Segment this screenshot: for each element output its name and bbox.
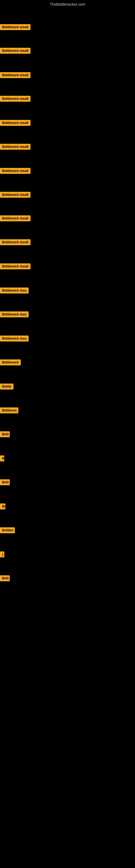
bottleneck-badge-row: Bottleneck resu [0, 336, 29, 343]
bottleneck-badge[interactable]: B [0, 456, 4, 461]
bottleneck-badge[interactable]: Bott [0, 479, 10, 485]
bottleneck-badge[interactable]: Bottleneck resu [0, 287, 29, 293]
bottleneck-badge-row: Bottleneck [0, 360, 21, 367]
bottleneck-badge-row: Bottleneck result [0, 192, 31, 199]
bottleneck-badge-row: Bo [0, 503, 5, 510]
bottleneck-badge-row: Bottleneck result [0, 96, 31, 103]
bottleneck-badge[interactable]: Bott [0, 431, 10, 437]
bottleneck-badge[interactable]: Bo [0, 503, 5, 509]
bottleneck-badge[interactable]: Bottleneck result [0, 96, 31, 102]
bottleneck-badge-row: Bottleneck result [0, 24, 31, 31]
bottleneck-badge-row: Bottleneck result [0, 48, 31, 55]
bottleneck-badge-row: Bottleneck resu [0, 287, 29, 294]
bottleneck-badge-row: Bottleneck result [0, 120, 31, 127]
bottleneck-badge-row: Bottleneck result [0, 144, 31, 151]
bottleneck-badge[interactable]: Bottleneck result [0, 72, 31, 78]
bottleneck-badge-row: Bottlenec [0, 407, 18, 414]
bottleneck-badge-row: B [0, 456, 4, 463]
bottleneck-badge-row: Bottleneck result [0, 215, 31, 222]
bottleneck-badge[interactable]: Bottlen [0, 527, 15, 533]
bottleneck-badge[interactable]: Bottleneck result [0, 48, 31, 54]
bottleneck-badge[interactable]: Bottle [0, 383, 13, 390]
bottleneck-badge[interactable]: | [0, 552, 4, 557]
bottleneck-badge[interactable]: Bottleneck resu [0, 311, 29, 317]
bottleneck-badge-row: Bottleneck result [0, 239, 31, 246]
bottleneck-badge[interactable]: Bottleneck result [0, 144, 31, 150]
bottleneck-badge-row: | [0, 552, 4, 558]
bottleneck-badge[interactable]: Bottleneck result [0, 215, 31, 221]
bottleneck-badge[interactable]: Bottleneck [0, 360, 21, 365]
bottleneck-badge-row: Bottleneck result [0, 264, 31, 271]
site-title: TheBottlenecker.com [0, 0, 135, 9]
bottleneck-badge[interactable]: Bottleneck result [0, 168, 31, 174]
bottleneck-badge-row: Bott [0, 431, 10, 438]
bottleneck-badge[interactable]: Bottleneck result [0, 24, 31, 30]
bottleneck-badge-row: Bottleneck resu [0, 311, 29, 318]
bottleneck-badge[interactable]: Bottleneck result [0, 239, 31, 245]
bottleneck-badge-row: Bott [0, 575, 10, 582]
bottleneck-badge[interactable]: Bottleneck result [0, 120, 31, 126]
bottleneck-badge[interactable]: Bottleneck resu [0, 336, 29, 341]
bottleneck-badge-row: Bottleneck result [0, 72, 31, 79]
bottleneck-badge[interactable]: Bottleneck result [0, 264, 31, 269]
bottleneck-badge-row: Bottleneck result [0, 168, 31, 175]
bottleneck-badge-row: Bottle [0, 383, 13, 391]
bottleneck-badge[interactable]: Bottlenec [0, 407, 18, 413]
bottleneck-badge-row: Bottlen [0, 527, 15, 534]
bottleneck-badge[interactable]: Bott [0, 575, 10, 581]
bottleneck-badge-row: Bott [0, 479, 10, 486]
bottleneck-badge[interactable]: Bottleneck result [0, 192, 31, 198]
